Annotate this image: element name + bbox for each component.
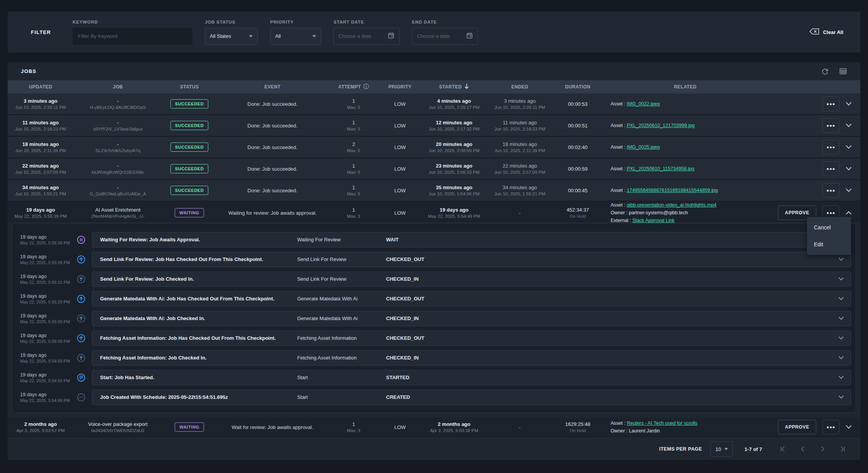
related-link[interactable]: 1749556456867615169188415544859.jpg: [627, 188, 718, 193]
timeline-event-card[interactable]: Waiting For Review: Job Awaits Approval.…: [92, 232, 851, 248]
column-header-ended[interactable]: ENDED: [487, 84, 553, 90]
related-link[interactable]: PXL_20250610_115734958.jpg: [627, 166, 694, 171]
related-link[interactable]: Slack Approval Link: [632, 218, 674, 223]
page-size-select[interactable]: 10: [710, 441, 733, 457]
column-header-attempt[interactable]: ATTEMPT: [328, 83, 379, 90]
timeline-event-card[interactable]: Generate Matedata With Ai: Job Has Check…: [92, 291, 851, 307]
chevron-down-icon[interactable]: [838, 336, 844, 340]
priority-value: LOW: [379, 123, 421, 129]
previous-page-icon[interactable]: [799, 446, 806, 453]
column-header-status[interactable]: STATUS: [162, 84, 216, 90]
timeline-list: 19 days ago May 22, 2025, 5:55:39 PM Wai…: [12, 230, 856, 407]
info-icon[interactable]: [363, 83, 369, 90]
column-header-job[interactable]: JOB: [73, 84, 162, 90]
clear-all-button[interactable]: Clear All: [809, 28, 860, 36]
timeline-event-card[interactable]: Generate Matedata With Ai: Job Checked I…: [92, 311, 851, 326]
chevron-down-icon[interactable]: [838, 356, 844, 359]
timeline-event-card[interactable]: Fetching Asset Information: Job Has Chec…: [92, 331, 851, 346]
end-date-input[interactable]: Choose a date: [412, 28, 478, 45]
status-badge: SUCCEEDED: [170, 99, 208, 109]
chevron-down-icon[interactable]: [846, 102, 852, 106]
ended-cell: 18 minutes ago Jun 10, 2025, 2:11:39 PM: [487, 141, 553, 153]
last-page-icon[interactable]: [839, 446, 846, 453]
related-link[interactable]: qibb-presentation-video_ai-highlights.mp…: [627, 202, 717, 208]
job-cell: - kliJNVegBcWQr31lESXMv: [73, 163, 162, 175]
approve-button[interactable]: APPROVE: [778, 420, 816, 434]
column-header-duration[interactable]: DURATION: [553, 84, 603, 90]
timeline-event-card[interactable]: Fetching Asset Information: Job Checked …: [92, 350, 851, 366]
filter-fields: KEYWORD JOB STATUS All States PRIORITY A…: [73, 20, 478, 45]
menu-item-edit[interactable]: Edit: [807, 236, 851, 253]
attempt-cell: 1 Max: 3: [328, 421, 379, 433]
related-link[interactable]: IMG_0022.jpeg: [627, 101, 660, 107]
timeline-event-title: Waiting For Review: Job Awaits Approval.: [100, 237, 297, 242]
chevron-down-icon[interactable]: [846, 188, 852, 192]
keyword-input[interactable]: [73, 28, 192, 45]
chevron-up-icon[interactable]: [846, 211, 852, 215]
related-link[interactable]: IMG_0025.jpeg: [627, 144, 660, 150]
timeline-event-title: Fetching Asset Information: Job Checked …: [100, 355, 297, 361]
started-relative: 35 minutes ago: [436, 185, 473, 190]
related-link[interactable]: PXL_20250610_121703999.jpg: [627, 123, 695, 128]
timeline-timestamp: 19 days ago May 22, 2025, 5:55:09 PM: [12, 313, 70, 324]
started-cell: 12 minutes ago Jun 10, 2025, 2:17:32 PM: [421, 120, 487, 131]
timeline-workflow-name: Generate Matedata With Ai: [297, 296, 386, 302]
chevron-down-icon[interactable]: [838, 297, 844, 300]
related-line: Asset : IMG_0025.jpeg: [611, 144, 660, 151]
chevron-down-icon[interactable]: [846, 124, 852, 127]
job-name: -: [117, 98, 119, 104]
timeline-event-title: Generate Matedata With Ai: Job Checked I…: [100, 315, 297, 321]
more-actions-button[interactable]: ●●●: [822, 140, 839, 154]
timeline-event-card[interactable]: Send Link For Review: Job Checked In. Se…: [92, 271, 851, 287]
column-header-priority[interactable]: PRIORITY: [379, 84, 421, 90]
column-header-updated[interactable]: UPDATED: [8, 84, 73, 90]
checkout-circle-icon: [75, 332, 87, 344]
chevron-down-icon[interactable]: [838, 376, 844, 379]
status-badge: SUCCEEDED: [170, 121, 208, 130]
more-actions-button[interactable]: ●●●: [822, 118, 839, 133]
calendar-icon[interactable]: [466, 32, 473, 40]
more-actions-button[interactable]: ●●●: [822, 161, 839, 176]
pagination-bar: ITEMS PER PAGE 10 1-7 of 7: [8, 437, 860, 460]
more-actions-button[interactable]: ●●●: [822, 183, 839, 198]
more-actions-button[interactable]: ●●●: [822, 97, 839, 111]
first-page-icon[interactable]: [779, 446, 786, 453]
table-columns-icon[interactable]: [839, 67, 847, 75]
timeline-event-card[interactable]: Send Link For Review: Job Has Checked Ou…: [92, 252, 851, 267]
chevron-down-icon[interactable]: [838, 395, 844, 399]
start-date-input[interactable]: Choose a date: [334, 28, 400, 45]
started-absolute: May 22, 2025, 5:54:49 PM: [428, 214, 480, 219]
column-header-started[interactable]: STARTED: [421, 83, 487, 90]
more-actions-button[interactable]: ●●●: [822, 420, 839, 434]
job-status-select[interactable]: All States: [205, 28, 258, 45]
attempt-cell: 1 Max: 3: [328, 207, 379, 219]
calendar-icon[interactable]: [388, 32, 395, 40]
updated-absolute: Jun 10, 2025, 1:55:21 PM: [15, 192, 66, 196]
timeline-event-card[interactable]: Start: Job Has Started. Start STARTED: [92, 370, 851, 385]
column-header-related[interactable]: RELATED: [603, 84, 768, 90]
job-timeline-panel: 19 days ago May 22, 2025, 5:55:39 PM Wai…: [12, 223, 856, 413]
next-page-icon[interactable]: [819, 446, 826, 453]
sort-arrow-down-icon[interactable]: [464, 83, 469, 90]
chevron-down-icon[interactable]: [846, 425, 852, 429]
chevron-down-icon[interactable]: [846, 167, 852, 171]
timeline-event-card[interactable]: Job Created With Schedule: 2025-05-22t15…: [92, 390, 851, 405]
menu-item-cancel[interactable]: Cancel: [807, 219, 851, 236]
chevron-down-icon[interactable]: [838, 258, 844, 261]
event-text: Done: Job succeeded.: [216, 101, 328, 107]
ended-absolute: Jun 10, 2025, 2:11:39 PM: [495, 148, 545, 153]
attempt-count: 1: [352, 207, 355, 213]
chevron-down-icon[interactable]: [838, 317, 844, 320]
refresh-icon[interactable]: [821, 67, 829, 75]
chevron-down-icon[interactable]: [846, 145, 852, 149]
ended-absolute: Jun 10, 2025, 2:18:23 PM: [494, 127, 545, 131]
priority-select[interactable]: All: [270, 28, 321, 45]
event-text: Wait for review: Job awaits approval.: [216, 424, 328, 430]
timeline-event-state: CHECKED_IN: [386, 315, 831, 321]
duration-cell: 00:00:45: [553, 188, 603, 193]
column-header-event[interactable]: EVENT: [216, 84, 328, 90]
related-link[interactable]: Reuters - AI Tech used for scrolls: [627, 420, 698, 426]
timeline-timestamp: 19 days ago May 22, 2025, 5:55:29 PM: [12, 293, 70, 304]
chevron-down-icon[interactable]: [838, 277, 844, 281]
ended-relative: 11 minutes ago: [503, 120, 537, 125]
